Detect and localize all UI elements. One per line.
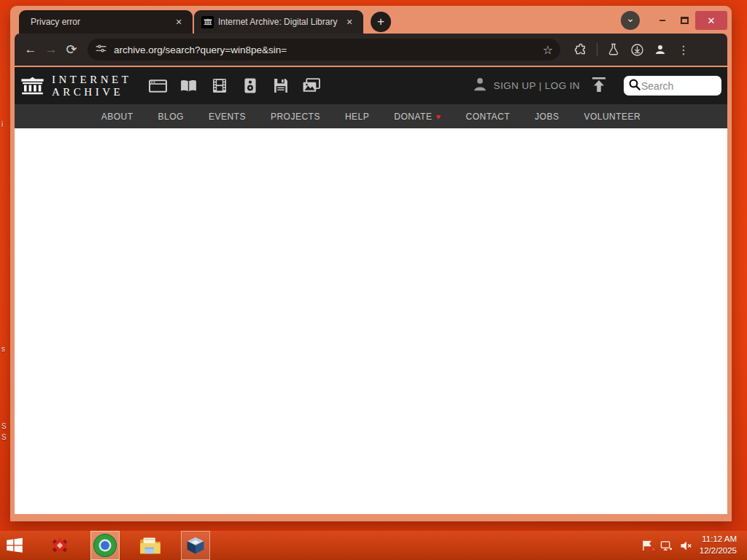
media-type-icons — [149, 78, 320, 93]
nav-item-contact[interactable]: CONTACT — [465, 112, 510, 122]
nav-item-volunteer[interactable]: VOLUNTEER — [584, 112, 640, 122]
file-explorer-icon — [139, 536, 161, 555]
action-center-flag-icon[interactable] — [640, 540, 654, 551]
browser-toolbar: archive.org/search?query=win8pe&sin= — [15, 34, 727, 66]
reload-button[interactable] — [61, 39, 82, 60]
browser-menu-icon[interactable] — [673, 39, 694, 60]
network-status-icon[interactable] — [660, 540, 673, 551]
window-controls — [621, 9, 727, 32]
windows-logo-icon — [5, 536, 24, 555]
address-bar[interactable]: archive.org/search?query=win8pe&sin= — [88, 39, 560, 61]
internet-archive-favicon-icon — [201, 16, 214, 28]
taskbar-clock[interactable]: 11:12 AM 12/2/2025 — [700, 534, 740, 556]
audio-icon[interactable] — [241, 78, 259, 93]
site-info-icon[interactable] — [95, 42, 107, 58]
toolbar-divider — [597, 43, 597, 56]
nav-item-help[interactable]: HELP — [345, 112, 369, 122]
clock-date: 12/2/2025 — [700, 545, 737, 557]
heart-icon — [436, 112, 441, 121]
site-search-input[interactable] — [641, 80, 711, 92]
tab-strip: Privacy error Internet Archive: Digital … — [10, 6, 732, 34]
flask-icon[interactable] — [603, 39, 624, 60]
site-search-box[interactable] — [624, 76, 721, 96]
tab-title: Privacy error — [31, 17, 168, 27]
clock-time: 11:12 AM — [700, 534, 737, 545]
temple-logo-icon — [20, 77, 44, 96]
header-account-area: SIGN UP | LOG IN — [472, 76, 721, 96]
volume-muted-icon[interactable] — [680, 540, 693, 551]
toolbar-actions — [570, 39, 694, 60]
back-button[interactable] — [20, 39, 41, 60]
url-text[interactable]: archive.org/search?query=win8pe&sin= — [114, 44, 543, 55]
desktop-icon-label-fragment: S — [1, 422, 7, 430]
new-tab-button[interactable] — [371, 12, 391, 32]
person-icon — [472, 77, 488, 96]
start-button[interactable] — [0, 531, 29, 560]
maximize-icon — [681, 17, 689, 24]
upload-icon[interactable] — [590, 77, 608, 96]
red-app-icon — [50, 537, 70, 554]
taskbar-red-app-button[interactable] — [45, 531, 74, 560]
taskbar-chrome-button[interactable] — [90, 531, 120, 560]
virtualbox-icon — [186, 536, 205, 555]
nav-item-projects[interactable]: PROJECTS — [271, 112, 320, 122]
browser-window: Privacy error Internet Archive: Digital … — [10, 6, 732, 521]
bookmark-star-icon[interactable] — [543, 43, 553, 57]
browser-tab-internet-archive[interactable]: Internet Archive: Digital Library — [194, 10, 363, 34]
profile-avatar-icon[interactable] — [650, 39, 670, 60]
tab-search-button[interactable] — [621, 11, 640, 30]
texts-icon[interactable] — [179, 78, 198, 93]
images-icon[interactable] — [302, 78, 320, 93]
internet-archive-wordmark: INTERNET ARCHIVE — [52, 74, 131, 98]
desktop-icon-label-fragment: i — [1, 120, 3, 128]
nav-item-jobs[interactable]: JOBS — [535, 112, 559, 122]
tab-close-icon[interactable] — [172, 15, 185, 28]
taskbar-file-explorer-button[interactable] — [136, 531, 165, 560]
site-nav-bar: ABOUT BLOG EVENTS PROJECTS HELP DONATE C… — [15, 104, 727, 128]
nav-item-blog[interactable]: BLOG — [158, 112, 184, 122]
video-icon[interactable] — [210, 78, 228, 93]
tab-close-icon[interactable] — [343, 15, 356, 28]
software-icon[interactable] — [271, 78, 290, 93]
desktop: i s S S Privacy error Internet Archive: … — [0, 0, 747, 560]
extensions-icon[interactable] — [570, 39, 591, 60]
taskbar: 11:12 AM 12/2/2025 — [0, 531, 747, 560]
desktop-icon-label-fragment: S — [1, 433, 7, 441]
internet-archive-header: INTERNET ARCHIVE — [15, 67, 727, 104]
forward-button[interactable] — [41, 39, 61, 60]
web-icon[interactable] — [149, 78, 167, 93]
alert-badge — [651, 546, 656, 553]
nav-item-donate[interactable]: DONATE — [394, 112, 441, 122]
nav-item-about[interactable]: ABOUT — [101, 112, 133, 122]
page-content — [15, 128, 727, 514]
close-window-button[interactable] — [695, 11, 727, 30]
internet-archive-logo[interactable]: INTERNET ARCHIVE — [20, 74, 131, 98]
desktop-icon-label-fragment: s — [1, 345, 5, 353]
download-icon[interactable] — [627, 39, 647, 60]
signup-login-link[interactable]: SIGN UP | LOG IN — [494, 80, 580, 91]
minimize-button[interactable] — [651, 11, 673, 30]
browser-tab-privacy-error[interactable]: Privacy error — [19, 10, 193, 34]
tab-title: Internet Archive: Digital Library — [218, 17, 338, 27]
system-tray: 11:12 AM 12/2/2025 — [640, 531, 747, 560]
maximize-button[interactable] — [673, 11, 695, 30]
nav-item-events[interactable]: EVENTS — [209, 112, 246, 122]
chrome-browser-icon — [101, 541, 109, 550]
search-icon — [628, 78, 641, 94]
taskbar-virtualbox-button[interactable] — [181, 531, 210, 560]
